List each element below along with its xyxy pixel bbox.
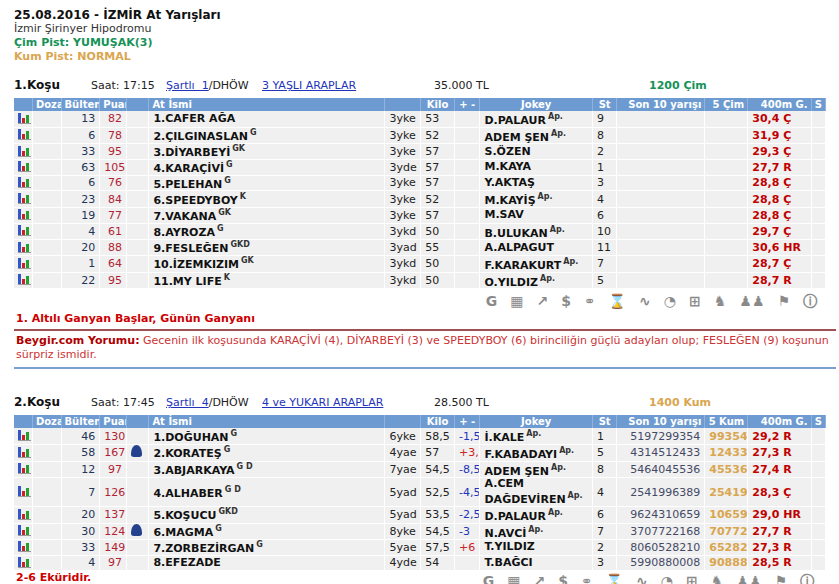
form-chart-icon[interactable] xyxy=(18,462,31,474)
form-chart-icon[interactable] xyxy=(18,524,31,536)
form-chart-icon[interactable] xyxy=(18,176,31,188)
weight-diff-cell: -4,5 xyxy=(454,478,480,507)
calculator-icon[interactable]: ⊞ xyxy=(689,293,701,309)
hourglass-icon[interactable]: ⌛ xyxy=(609,293,626,309)
form-chart-icon[interactable] xyxy=(18,556,31,568)
cutoff-cell xyxy=(811,175,825,191)
info-icon[interactable]: ⓘ xyxy=(803,293,817,309)
jockey-cell: T.YILDIZ xyxy=(480,540,592,556)
age-cell: 3yke xyxy=(385,144,421,160)
bulletin-icon[interactable]: ▦ xyxy=(510,293,523,309)
horse-row: 301246.MAGMAG8yke54,5-3N.AVCİAp.73707722… xyxy=(14,523,826,540)
horse-icon[interactable]: ♞ xyxy=(714,293,727,309)
last10-results-cell: 5464045536 xyxy=(617,461,705,478)
bulletin-icon[interactable]: ▦ xyxy=(507,573,520,584)
form-chart-icon[interactable] xyxy=(18,112,31,124)
form-chart-icon[interactable] xyxy=(18,257,31,269)
form-chart-icon[interactable] xyxy=(18,540,31,552)
surface-stat-cell: 10659 xyxy=(705,506,748,523)
performance-chart-icon[interactable]: ↗ xyxy=(536,293,548,309)
group-link[interactable]: 3 YAŞLI ARAPLAR xyxy=(262,79,356,92)
horse-icon[interactable]: ♞ xyxy=(711,573,724,584)
form-chart-icon[interactable] xyxy=(18,145,31,157)
money-icon[interactable]: $ xyxy=(558,573,568,584)
comment-label: Beygir.com Yorumu: xyxy=(16,334,140,347)
group-link[interactable]: 4 ve YUKARI ARAPLAR xyxy=(262,396,383,409)
form-chart-icon[interactable] xyxy=(18,446,31,458)
finish-flag-icon[interactable]: ⚑ xyxy=(774,573,787,584)
age-cell: 3yke xyxy=(385,207,421,223)
form-chart-icon xyxy=(14,111,32,127)
info-icon[interactable]: ⓘ xyxy=(800,573,814,584)
binoculars-icon[interactable]: ⚭ xyxy=(584,293,596,309)
form-chart-icon[interactable] xyxy=(18,273,31,285)
blinker-cell xyxy=(126,444,148,461)
puan-cell: 97 xyxy=(100,555,127,570)
col-header-S: S xyxy=(811,415,825,428)
surface-stat-cell xyxy=(705,272,748,289)
hourglass-icon[interactable]: ⌛ xyxy=(606,573,623,584)
ganyan-icon[interactable]: G xyxy=(486,293,498,309)
race-2-footer: 2-6 Eküridir. Üçlü ganyan, İkili, Sıralı… xyxy=(14,571,836,584)
start-box-cell: 9 xyxy=(592,111,617,127)
form-chart-icon xyxy=(14,523,32,540)
form-chart-icon xyxy=(14,223,32,240)
horse-row: 71264.ALHABERG D5yad52,5-4,5A.CEM DAĞDEV… xyxy=(14,478,826,507)
money-icon[interactable]: $ xyxy=(561,293,571,309)
start-box-cell: 3 xyxy=(592,555,617,570)
race-time: Saat: 17:45 xyxy=(91,396,166,409)
blinker-cell xyxy=(126,191,148,208)
race-2-toolbar: G▦↗$⚭⌛∿◔⊞♞♟♟⚑ⓘ xyxy=(483,571,836,584)
form-chart-icon[interactable] xyxy=(18,192,31,204)
horse-row: 33953.DİYARBEYİGK3yke57S.ÖZEN229,3 Ç xyxy=(14,144,826,160)
kilo-cell: 55 xyxy=(421,240,455,256)
equipment-sup: G xyxy=(256,540,263,549)
form-chart-icon[interactable] xyxy=(18,224,31,236)
blinker-cell xyxy=(126,523,148,540)
dozaj-cell xyxy=(32,223,61,240)
graph-icon[interactable]: ∿ xyxy=(639,293,651,309)
form-chart-icon[interactable] xyxy=(18,241,31,253)
dirt-track-status: Kum Pist: NORMAL xyxy=(14,50,839,64)
last10-results-cell: 8060528210 xyxy=(617,540,705,556)
horse-name-cell: 5.KOŞUCUGKD xyxy=(149,506,385,523)
stopwatch-icon[interactable]: ◔ xyxy=(661,573,673,584)
equipment-sup: Ap. xyxy=(568,491,583,500)
col-header-At İsmi: At İsmi xyxy=(149,98,385,111)
graph-icon[interactable]: ∿ xyxy=(636,573,648,584)
kilo-cell: 57 xyxy=(421,159,455,175)
calculator-icon[interactable]: ⊞ xyxy=(686,573,698,584)
jockeys-icon[interactable]: ♟♟ xyxy=(739,293,764,309)
puan-cell: 77 xyxy=(100,207,127,223)
condition-link[interactable]: Şartlı 4 xyxy=(166,396,209,409)
horse-name-cell: 8.AYROZAG xyxy=(149,223,385,240)
form-chart-icon[interactable] xyxy=(18,128,31,140)
form-chart-icon xyxy=(14,159,32,175)
horse-row: 581672.KORATEŞG4yae57+3,5F.KABADAYIAp.54… xyxy=(14,444,826,461)
condition-link[interactable]: Şartlı 1 xyxy=(166,79,209,92)
ganyan-icon[interactable]: G xyxy=(483,573,495,584)
horse-name-cell: 6.SPEEDYBOYK xyxy=(149,191,385,208)
form-chart-icon[interactable] xyxy=(18,208,31,220)
performance-chart-icon[interactable]: ↗ xyxy=(533,573,545,584)
form-chart-icon[interactable] xyxy=(18,429,31,441)
kilo-cell: 54,5 xyxy=(421,523,455,540)
age-cell: 7yae xyxy=(385,461,421,478)
bulten-cell: 46 xyxy=(61,428,100,444)
form-chart-icon[interactable] xyxy=(18,485,31,497)
surface-stat-cell xyxy=(705,175,748,191)
weight-diff-cell: -8,5 xyxy=(454,461,480,478)
form-chart-icon xyxy=(14,207,32,223)
age-cell: 3ykd xyxy=(385,223,421,240)
col-header-blank xyxy=(14,98,32,111)
program-header: 25.08.2016 - İZMİR At Yarışları İzmir Şi… xyxy=(14,8,839,64)
stopwatch-icon[interactable]: ◔ xyxy=(664,293,676,309)
jockeys-icon[interactable]: ♟♟ xyxy=(736,573,761,584)
finish-flag-icon[interactable]: ⚑ xyxy=(777,293,790,309)
form-chart-icon[interactable] xyxy=(18,508,31,520)
kilo-cell: 58,5 xyxy=(421,428,455,444)
puan-cell: 149 xyxy=(100,540,127,556)
form-chart-icon[interactable] xyxy=(18,160,31,172)
binoculars-icon[interactable]: ⚭ xyxy=(581,573,593,584)
equipment-sup: Ap. xyxy=(540,274,555,283)
